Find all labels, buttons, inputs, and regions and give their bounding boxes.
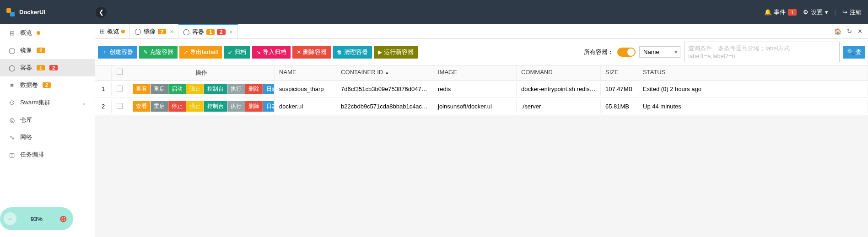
sidebar-item-label: 概览 bbox=[20, 29, 32, 37]
badge-orange: 2 bbox=[158, 29, 166, 34]
start-button[interactable]: 启动 bbox=[168, 84, 186, 94]
cell-status: Up 44 minutes bbox=[638, 100, 868, 113]
exec-button[interactable]: 执行 bbox=[227, 84, 245, 94]
tab-close-icon[interactable]: × bbox=[170, 28, 173, 35]
badge-orange: 2 bbox=[37, 48, 45, 53]
row-ops: 查看 重启 启动 强止 控制台 执行 删除 日志 bbox=[128, 81, 275, 97]
tab[interactable]: ◯容器12× bbox=[178, 24, 237, 38]
create-container-button[interactable]: ＋ 创建容器 bbox=[98, 46, 137, 59]
table-header: 操作 NAME CONTAINER ID ▲ IMAGE COMMAND SIZ… bbox=[95, 65, 868, 81]
gauge-plus-button[interactable]: ⊕ bbox=[57, 212, 70, 225]
th-index bbox=[95, 65, 112, 80]
delete-container-button[interactable]: ✕ 删除容器 bbox=[292, 46, 331, 59]
view-button[interactable]: 查看 bbox=[133, 101, 150, 112]
console-button[interactable]: 控制台 bbox=[204, 101, 227, 112]
events-button[interactable]: 🔔 事件 1 bbox=[764, 8, 796, 16]
log-button[interactable]: 日志 bbox=[263, 101, 275, 112]
search-button[interactable]: 🔍 查 bbox=[843, 46, 865, 59]
archive-button[interactable]: ↙ 归档 bbox=[224, 46, 250, 59]
sidebar-item[interactable]: ◯容器12 bbox=[0, 59, 95, 76]
events-label: 事件 bbox=[774, 8, 786, 16]
tab-label: 镜像 bbox=[144, 27, 156, 36]
bell-icon: 🔔 bbox=[764, 9, 771, 16]
app-title: DockerUI bbox=[19, 9, 45, 16]
cell-container-id: b22cbdb9c571cda8bbab1c4acc0ea… bbox=[336, 100, 433, 113]
badge-orange: 2 bbox=[43, 82, 51, 88]
logout-icon: ↪ bbox=[842, 9, 847, 16]
th-checkbox[interactable] bbox=[112, 65, 128, 80]
clone-container-button[interactable]: ✎ 克隆容器 bbox=[139, 46, 178, 59]
th-size[interactable]: SIZE bbox=[601, 65, 638, 80]
status-dot-icon bbox=[121, 30, 125, 33]
table-row: 2 查看 重启 停止 强止 控制台 执行 删除 日志 docker.ui b22… bbox=[95, 98, 868, 115]
badge-orange: 1 bbox=[206, 29, 215, 35]
sidebar-item[interactable]: ⊞概览 bbox=[0, 24, 95, 42]
search-input[interactable]: 查询条件，多条件逗号分隔；label方式 label1=a,label2=b bbox=[684, 42, 840, 62]
close-all-icon[interactable]: ✕ bbox=[857, 28, 863, 35]
view-button[interactable]: 查看 bbox=[133, 84, 150, 94]
sidebar-item-label: 数据卷 bbox=[20, 81, 38, 89]
settings-button[interactable]: ⚙ 设置 ▾ bbox=[803, 8, 828, 16]
logout-label: 注销 bbox=[850, 8, 862, 16]
sidebar-item[interactable]: ≡数据卷2 bbox=[0, 76, 95, 94]
log-button[interactable]: 日志 bbox=[263, 84, 275, 94]
gauge-minus-button[interactable]: − bbox=[4, 212, 16, 225]
row-index: 1 bbox=[95, 82, 112, 96]
header-right: 🔔 事件 1 ⚙ 设置 ▾ | ↪ 注销 bbox=[764, 8, 862, 16]
refresh-icon[interactable]: ↻ bbox=[847, 28, 852, 35]
restart-button[interactable]: 重启 bbox=[151, 101, 168, 112]
delete-row-button[interactable]: 删除 bbox=[245, 101, 263, 112]
clean-container-button[interactable]: 🗑 清理容器 bbox=[333, 46, 372, 59]
row-index: 2 bbox=[95, 100, 112, 113]
row-checkbox[interactable] bbox=[112, 100, 128, 113]
th-container-id[interactable]: CONTAINER ID ▲ bbox=[336, 65, 433, 80]
sidebar: ⊞概览◯镜像2◯容器12≡数据卷2⚇Swarm集群⌄◎仓库⤡网络◫任务编排 − … bbox=[0, 24, 95, 237]
events-badge: 1 bbox=[788, 9, 796, 16]
search-field-select[interactable]: Name bbox=[639, 46, 680, 58]
run-new-container-button[interactable]: ▶ 运行新容器 bbox=[374, 46, 418, 59]
cell-name: docker.ui bbox=[275, 100, 336, 113]
th-image[interactable]: IMAGE bbox=[433, 65, 517, 80]
chevron-down-icon: ⌄ bbox=[81, 99, 86, 106]
gauge-value: 93% bbox=[31, 215, 43, 222]
sidebar-item-icon: ⊞ bbox=[8, 30, 16, 37]
tab-close-icon[interactable]: × bbox=[229, 28, 233, 36]
row-ops: 查看 重启 停止 强止 控制台 执行 删除 日志 bbox=[128, 98, 275, 115]
sidebar-item-icon: ◯ bbox=[8, 65, 16, 71]
th-status[interactable]: STATUS bbox=[638, 65, 868, 80]
sidebar-item[interactable]: ◎仓库 bbox=[0, 111, 95, 129]
force-stop-button[interactable]: 强止 bbox=[186, 84, 204, 94]
main-area: ⊞概览◯镜像2×◯容器12× 🏠 ↻ ✕ ＋ 创建容器 ✎ 克隆容器 ↗ 导出t… bbox=[95, 24, 868, 237]
export-tarball-button[interactable]: ↗ 导出tarball bbox=[179, 46, 222, 59]
sidebar-item[interactable]: ⤡网络 bbox=[0, 129, 95, 146]
logout-button[interactable]: ↪ 注销 bbox=[842, 8, 862, 16]
tab-icon: ⊞ bbox=[100, 28, 105, 35]
home-icon[interactable]: 🏠 bbox=[834, 28, 841, 35]
stop-button[interactable]: 停止 bbox=[168, 101, 186, 112]
cell-name: suspicious_tharp bbox=[275, 82, 336, 96]
sidebar-item-label: Swarm集群 bbox=[20, 98, 50, 107]
sidebar-item-icon: ◎ bbox=[8, 117, 16, 124]
badge-red: 2 bbox=[49, 65, 58, 70]
force-stop-button[interactable]: 强止 bbox=[186, 101, 204, 112]
tab[interactable]: ⊞概览 bbox=[95, 24, 130, 38]
row-checkbox[interactable] bbox=[112, 82, 128, 96]
sidebar-item[interactable]: ◯镜像2 bbox=[0, 42, 95, 59]
th-name[interactable]: NAME bbox=[275, 65, 336, 80]
sidebar-item[interactable]: ⚇Swarm集群⌄ bbox=[0, 94, 95, 111]
sidebar-item-icon: ⤡ bbox=[8, 134, 16, 141]
delete-row-button[interactable]: 删除 bbox=[245, 84, 263, 94]
sidebar-item[interactable]: ◫任务编排 bbox=[0, 146, 95, 163]
console-button[interactable]: 控制台 bbox=[204, 84, 227, 94]
status-dot-icon bbox=[37, 31, 40, 35]
tab[interactable]: ◯镜像2× bbox=[130, 24, 178, 38]
tab-label: 容器 bbox=[192, 28, 204, 36]
sidebar-collapse-button[interactable]: ❮ bbox=[96, 7, 107, 18]
tab-label: 概览 bbox=[107, 27, 119, 36]
th-command[interactable]: COMMAND bbox=[517, 65, 601, 80]
all-containers-toggle[interactable] bbox=[617, 48, 636, 57]
exec-button[interactable]: 执行 bbox=[227, 101, 245, 112]
restart-button[interactable]: 重启 bbox=[151, 84, 168, 94]
import-archive-button[interactable]: ↘ 导入归档 bbox=[252, 46, 291, 59]
tab-icon: ◯ bbox=[135, 28, 141, 35]
